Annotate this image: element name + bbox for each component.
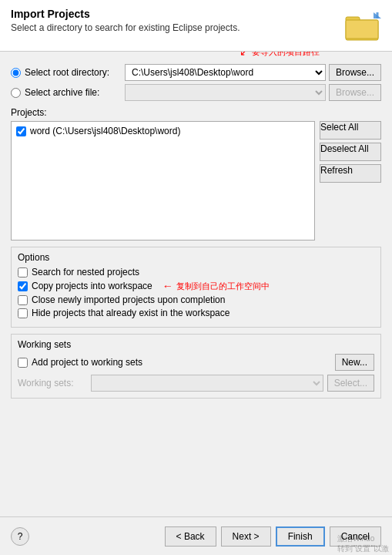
option-label-2: Close newly imported projects upon compl…: [32, 294, 225, 305]
browse-archive-button[interactable]: Browse...: [329, 84, 381, 101]
option-label-1: Copy projects into workspace: [32, 281, 152, 291]
import-projects-dialog: Import Projects Select a directory to se…: [0, 0, 392, 555]
dialog-header: Import Projects Select a directory to se…: [0, 0, 392, 52]
archive-file-radio[interactable]: [11, 88, 21, 98]
select-all-button[interactable]: Select All: [320, 121, 381, 140]
copy-annotation: ← 复制到自己的工作空间中: [162, 280, 270, 292]
root-directory-radio[interactable]: [11, 68, 21, 78]
option-row-0: Search for nested projects: [18, 267, 374, 278]
working-sets-input-row: Working sets: Select...: [18, 375, 374, 392]
root-directory-label: Select root directory:: [25, 67, 125, 78]
archive-file-combo[interactable]: [125, 84, 326, 101]
copy-annotation-text: 复制到自己的工作空间中: [176, 281, 270, 292]
select-working-set-button[interactable]: Select...: [327, 375, 374, 392]
dialog-footer: ? < Back Next > Finish Cancel: [0, 516, 392, 555]
dialog-title: Import Projects: [11, 8, 337, 20]
option-row-3: Hide projects that already exist in the …: [18, 308, 374, 318]
project-item-label: word (C:\Users\jsl408\Desktop\word): [30, 126, 180, 136]
back-button[interactable]: < Back: [165, 526, 216, 547]
add-to-working-sets-checkbox[interactable]: [18, 358, 28, 368]
option-checkbox-2[interactable]: [18, 295, 28, 305]
option-checkbox-0[interactable]: [18, 267, 28, 278]
finish-button[interactable]: Finish: [276, 526, 325, 547]
working-sets-combo[interactable]: [91, 375, 323, 392]
project-checkbox[interactable]: [16, 126, 26, 136]
help-button[interactable]: ?: [11, 527, 29, 546]
option-label-0: Search for nested projects: [32, 267, 139, 278]
browse-directory-button[interactable]: Browse...: [329, 64, 381, 81]
watermark: 激活Windo转到"设置"以激: [334, 532, 392, 555]
svg-rect-2: [346, 20, 378, 39]
projects-action-buttons: Select All Deselect All Refresh: [320, 121, 381, 240]
dialog-subtitle: Select a directory to search for existin…: [11, 22, 337, 33]
working-sets-title: Working sets: [18, 339, 374, 350]
header-text-area: Import Projects Select a directory to se…: [11, 8, 337, 33]
projects-area: word (C:\Users\jsl408\Desktop\word) Sele…: [11, 121, 381, 240]
option-row-2: Close newly imported projects upon compl…: [18, 294, 374, 305]
projects-label: Projects:: [11, 107, 381, 118]
root-directory-row: Select root directory: C:\Users\jsl408\D…: [11, 64, 381, 81]
list-item: word (C:\Users\jsl408\Desktop\word): [15, 125, 311, 137]
option-row-1: Copy projects into workspace ← 复制到自己的工作空…: [18, 280, 374, 292]
options-group: Options Search for nested projects Copy …: [11, 247, 381, 328]
option-checkbox-1[interactable]: [18, 281, 28, 291]
projects-list: word (C:\Users\jsl408\Desktop\word): [11, 121, 315, 240]
folder-icon: [344, 8, 381, 45]
add-to-working-sets-row: Add project to working sets New...: [18, 354, 374, 371]
deselect-all-button[interactable]: Deselect All: [320, 143, 381, 161]
options-title: Options: [18, 252, 374, 263]
archive-file-label: Select archive file:: [25, 87, 125, 98]
archive-file-row: Select archive file: Browse...: [11, 84, 381, 101]
next-button[interactable]: Next >: [221, 526, 271, 547]
working-sets-field-label: Working sets:: [18, 378, 87, 388]
arrow-right-icon: ←: [162, 280, 173, 292]
option-label-3: Hide projects that already exist in the …: [32, 308, 230, 318]
dialog-body: 要导入的项目路径 Select root directory: C:\Users…: [0, 52, 392, 516]
new-working-set-button[interactable]: New...: [335, 354, 374, 371]
root-directory-combo[interactable]: C:\Users\jsl408\Desktop\word: [125, 64, 326, 81]
refresh-button[interactable]: Refresh: [320, 164, 381, 183]
path-annotation: 要导入的项目路径: [240, 52, 320, 58]
add-to-working-sets-label: Add project to working sets: [32, 357, 142, 368]
option-checkbox-3[interactable]: [18, 308, 28, 318]
working-sets-group: Working sets Add project to working sets…: [11, 334, 381, 399]
